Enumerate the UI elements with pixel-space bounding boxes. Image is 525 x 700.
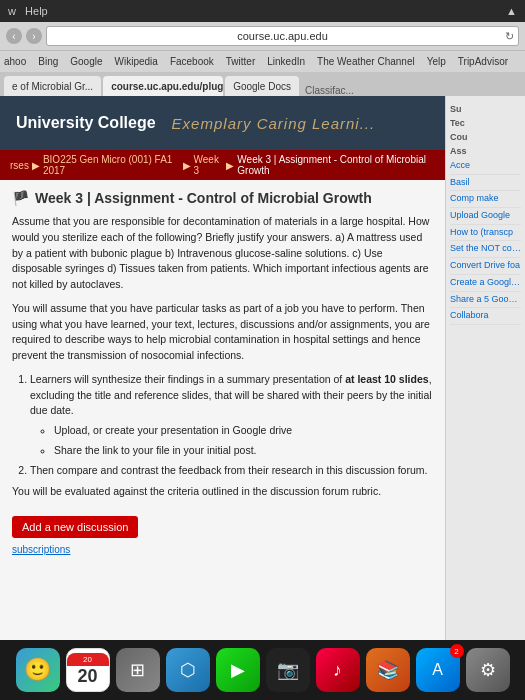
taskbar: 🙂 20 20 ⊞ ⬡ ▶ 📷 ♪ 📚 A 2 ⚙ bbox=[0, 640, 525, 700]
appstore-badge: 2 bbox=[450, 644, 464, 658]
content-area: 🏴 Week 3 | Assignment - Control of Micro… bbox=[0, 180, 445, 565]
breadcrumb-rses[interactable]: rses bbox=[10, 160, 29, 171]
list-item-2-text: Then compare and contrast the feedback f… bbox=[30, 464, 427, 476]
video-icon[interactable]: ▶ bbox=[216, 648, 260, 692]
refresh-icon[interactable]: ↻ bbox=[505, 30, 514, 43]
breadcrumb-bio225[interactable]: BIO225 Gen Micro (001) FA1 2017 bbox=[43, 154, 180, 176]
right-panel-item-basil[interactable]: Basil bbox=[450, 175, 521, 192]
right-panel-item-convert[interactable]: Convert Drive foa bbox=[450, 258, 521, 275]
right-panel-item-collab[interactable]: Collabora bbox=[450, 308, 521, 325]
launchpad-icon[interactable]: ⊞ bbox=[116, 648, 160, 692]
sub-list-item-1: Upload, or create your presentation in G… bbox=[54, 423, 433, 439]
address-bar[interactable]: course.uc.apu.edu ↻ bbox=[46, 26, 519, 46]
bookmark-twitter[interactable]: Twitter bbox=[226, 56, 255, 67]
subscriptions-link[interactable]: subscriptions bbox=[12, 544, 433, 555]
books-icon[interactable]: 📚 bbox=[366, 648, 410, 692]
rubric-text: You will be evaluated against the criter… bbox=[12, 484, 433, 500]
breadcrumb-assignment[interactable]: Week 3 | Assignment - Control of Microbi… bbox=[237, 154, 435, 176]
right-panel-item-create[interactable]: Create a Google D bbox=[450, 275, 521, 292]
assignment-paragraph2: You will assume that you have particular… bbox=[12, 301, 433, 364]
bookmark-google[interactable]: Google bbox=[70, 56, 102, 67]
right-panel-ass: Ass bbox=[450, 144, 521, 158]
bookmark-wikipedia[interactable]: Wikipedia bbox=[115, 56, 158, 67]
camera-icon[interactable]: 📷 bbox=[266, 648, 310, 692]
tab-course[interactable]: course.uc.apu.edu/pluginfile.php/571625/… bbox=[103, 76, 223, 96]
tab-course-label: course.uc.apu.edu/pluginfile.php/571625/… bbox=[111, 81, 223, 92]
list-item-2: Then compare and contrast the feedback f… bbox=[30, 463, 433, 479]
forward-button[interactable]: › bbox=[26, 28, 42, 44]
right-panel-su: Su bbox=[450, 102, 521, 116]
right-panel-cou: Cou bbox=[450, 130, 521, 144]
breadcrumb-week3[interactable]: Week 3 bbox=[194, 154, 224, 176]
flag-icon: 🏴 bbox=[12, 190, 29, 206]
bookmark-yelp[interactable]: Yelp bbox=[427, 56, 446, 67]
tab-classifac[interactable]: Classifac... bbox=[301, 85, 358, 96]
bookmark-facebook[interactable]: Facebook bbox=[170, 56, 214, 67]
bookmark-weather[interactable]: The Weather Channel bbox=[317, 56, 415, 67]
bookmark-ahoo[interactable]: ahoo bbox=[4, 56, 26, 67]
bookmark-tripadvisor[interactable]: TripAdvisor bbox=[458, 56, 508, 67]
tab-microbial[interactable]: e of Microbial Gr... bbox=[4, 76, 101, 96]
right-panel: Su Tec Cou Ass Acce Basil Comp make Uplo… bbox=[445, 96, 525, 640]
bookmark-bing[interactable]: Bing bbox=[38, 56, 58, 67]
tabs-bar: e of Microbial Gr... course.uc.apu.edu/p… bbox=[0, 72, 525, 96]
right-panel-item-howto[interactable]: How to (transcp bbox=[450, 225, 521, 242]
bookmark-linkedin[interactable]: LinkedIn bbox=[267, 56, 305, 67]
list-item-1-bold: at least 10 slides bbox=[345, 373, 428, 385]
breadcrumb: rses ▶ BIO225 Gen Micro (001) FA1 2017 ▶… bbox=[0, 150, 445, 180]
assignment-title-text: Week 3 | Assignment - Control of Microbi… bbox=[35, 190, 372, 206]
bookmarks-bar: ahoo Bing Google Wikipedia Facebook Twit… bbox=[0, 50, 525, 72]
settings-icon[interactable]: ⚙ bbox=[466, 648, 510, 692]
page-content: University College Exemplary Caring Lear… bbox=[0, 96, 525, 640]
list-item-1: Learners will synthesize their findings … bbox=[30, 372, 433, 459]
finder-icon[interactable]: 🙂 bbox=[16, 648, 60, 692]
tab-microbial-label: e of Microbial Gr... bbox=[12, 81, 93, 92]
assignment-title: 🏴 Week 3 | Assignment - Control of Micro… bbox=[12, 190, 433, 206]
right-panel-item-share[interactable]: Share a 5 Google D bbox=[450, 292, 521, 309]
assignment-paragraph1: Assume that you are responsible for deco… bbox=[12, 214, 433, 293]
sub-list-1: Upload, or create your presentation in G… bbox=[30, 423, 433, 459]
right-panel-item-set[interactable]: Set the NOT co format- bbox=[450, 241, 521, 258]
music-icon[interactable]: ♪ bbox=[316, 648, 360, 692]
university-name: University College bbox=[16, 114, 156, 132]
os-topbar: w Help ▲ bbox=[0, 0, 525, 22]
browser-toolbar: ‹ › course.uc.apu.edu ↻ bbox=[0, 22, 525, 50]
sub-list-item-2: Share the link to your file in your init… bbox=[54, 443, 433, 459]
calendar-month: 20 bbox=[67, 653, 109, 666]
os-menu-right: ▲ bbox=[506, 5, 517, 17]
right-panel-tec: Tec bbox=[450, 116, 521, 130]
appstore-icon[interactable]: A 2 bbox=[416, 648, 460, 692]
blue-app-icon[interactable]: ⬡ bbox=[166, 648, 210, 692]
list-item-1-text-before: Learners will synthesize their findings … bbox=[30, 373, 345, 385]
assignment-list: Learners will synthesize their findings … bbox=[12, 372, 433, 479]
calendar-icon[interactable]: 20 20 bbox=[66, 648, 110, 692]
os-menu-left: w Help bbox=[8, 5, 48, 17]
back-button[interactable]: ‹ bbox=[6, 28, 22, 44]
university-header: University College Exemplary Caring Lear… bbox=[0, 96, 445, 150]
right-panel-item-acce[interactable]: Acce bbox=[450, 158, 521, 175]
right-panel-item-upload[interactable]: Upload Google bbox=[450, 208, 521, 225]
tab-gdocs[interactable]: Google Docs bbox=[225, 76, 299, 96]
tab-gdocs-label: Google Docs bbox=[233, 81, 291, 92]
university-tagline: Exemplary Caring Learni... bbox=[172, 115, 376, 132]
add-discussion-button[interactable]: Add a new discussion bbox=[12, 516, 138, 538]
calendar-day: 20 bbox=[77, 666, 97, 687]
right-panel-item-comp[interactable]: Comp make bbox=[450, 191, 521, 208]
main-content: University College Exemplary Caring Lear… bbox=[0, 96, 445, 640]
url-text: course.uc.apu.edu bbox=[237, 30, 328, 42]
